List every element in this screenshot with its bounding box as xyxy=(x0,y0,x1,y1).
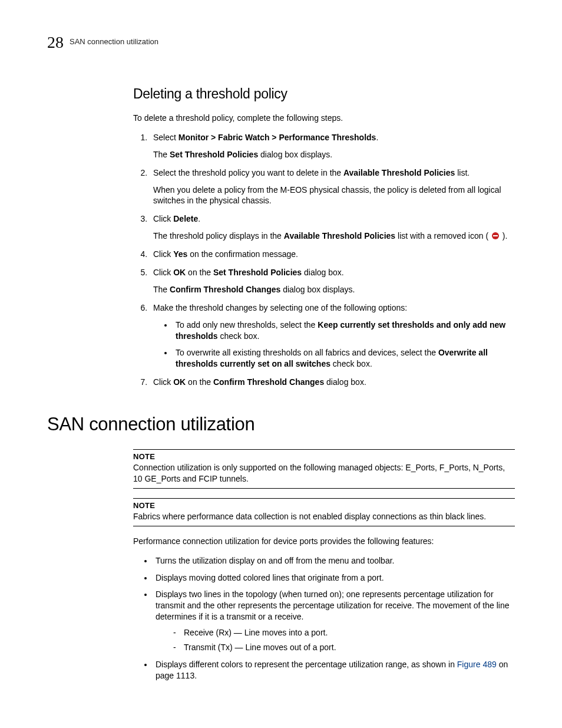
running-head: 28 SAN connection utilization xyxy=(47,34,515,51)
options-list: To add only new thresholds, select the K… xyxy=(153,319,515,370)
note-block: NOTE Connection utilization is only supp… xyxy=(133,449,515,489)
text: list with a removed icon ( xyxy=(395,231,491,241)
step-result: The Confirm Threshold Changes dialog box… xyxy=(153,284,515,295)
text: Displays different colors to represent t… xyxy=(156,660,457,669)
step-1: Select Monitor > Fabric Watch > Performa… xyxy=(150,132,515,160)
button-name: OK xyxy=(173,377,186,387)
step-text: Select xyxy=(153,133,178,142)
text: check box. xyxy=(218,331,260,341)
step-text: Make the threshold changes by selecting … xyxy=(153,303,407,312)
step-text: Click xyxy=(153,268,173,277)
list-name: Available Threshold Policies xyxy=(284,231,395,241)
option-item: To overwrite all existing thresholds on … xyxy=(173,347,515,370)
step-7: Click OK on the Confirm Threshold Change… xyxy=(150,377,515,388)
note-text: Connection utilization is only supported… xyxy=(133,462,515,485)
note-block: NOTE Fabrics where performance data coll… xyxy=(133,498,515,526)
step-text: list. xyxy=(455,168,470,177)
running-title: SAN connection utilization xyxy=(70,34,158,46)
text: To add only new thresholds, select the xyxy=(176,320,318,330)
list-name: Available Threshold Policies xyxy=(343,168,455,177)
step-text: on the confirmation message. xyxy=(187,249,298,259)
step-text: dialog box. xyxy=(302,268,344,277)
dialog-name: Set Threshold Policies xyxy=(170,150,258,159)
step-text: Select the threshold policy you want to … xyxy=(153,168,343,177)
step-text: . xyxy=(376,133,378,142)
step-text: Click xyxy=(153,214,173,223)
dialog-name: Set Threshold Policies xyxy=(213,268,302,277)
step-3: Click Delete. The threshold policy displ… xyxy=(150,213,515,242)
feature-item: Turns the utilization display on and off… xyxy=(153,555,515,566)
dialog-name: Confirm Threshold Changes xyxy=(213,377,324,387)
note-text: Fabrics where performance data collectio… xyxy=(133,511,515,522)
text: dialog box displays. xyxy=(280,285,355,294)
button-name: OK xyxy=(173,268,186,277)
section-heading: SAN connection utilization xyxy=(47,414,515,435)
step-6: Make the threshold changes by selecting … xyxy=(150,302,515,370)
sub-list: Receive (Rx) — Line moves into a port. T… xyxy=(156,627,515,653)
intro-text: To delete a threshold policy, complete t… xyxy=(133,113,515,124)
button-name: Yes xyxy=(173,249,187,259)
step-4: Click Yes on the confirmation message. xyxy=(150,249,515,260)
feature-item: Displays two lines in the topology (when… xyxy=(153,589,515,653)
step-result: The Set Threshold Policies dialog box di… xyxy=(153,149,515,160)
sub-item: Transmit (Tx) — Line moves out of a port… xyxy=(173,642,515,653)
step-text: . xyxy=(198,214,200,223)
chapter-number: 28 xyxy=(47,34,64,51)
dialog-name: Confirm Threshold Changes xyxy=(170,285,280,294)
text: To overwrite all existing thresholds on … xyxy=(176,348,438,357)
step-result: The threshold policy displays in the Ava… xyxy=(153,230,515,242)
step-text: Click xyxy=(153,377,173,387)
text: The xyxy=(153,285,170,294)
sub-item: Receive (Rx) — Line moves into a port. xyxy=(173,627,515,638)
button-name: Delete xyxy=(173,214,198,223)
note-label: NOTE xyxy=(133,501,515,510)
menu-path: Monitor > Fabric Watch > Performance Thr… xyxy=(178,133,376,142)
step-note: When you delete a policy from the M-EOS … xyxy=(153,185,515,207)
feature-item: Displays different colors to represent t… xyxy=(153,659,515,681)
text: Displays two lines in the topology (when… xyxy=(156,589,510,621)
procedure-steps: Select Monitor > Fabric Watch > Performa… xyxy=(133,132,515,388)
feature-item: Displays moving dotted colored lines tha… xyxy=(153,572,515,584)
features-intro: Performance connection utilization for d… xyxy=(133,536,515,547)
removed-icon xyxy=(492,232,499,239)
text: The threshold policy displays in the xyxy=(153,231,284,241)
option-item: To add only new thresholds, select the K… xyxy=(173,319,515,342)
features-list: Turns the utilization display on and off… xyxy=(133,555,515,681)
step-text: on the xyxy=(186,268,213,277)
note-label: NOTE xyxy=(133,452,515,461)
figure-xref[interactable]: Figure 489 xyxy=(457,660,497,669)
text: check box. xyxy=(330,359,372,368)
step-text: on the xyxy=(186,377,213,387)
subsection-heading: Deleting a threshold policy xyxy=(133,86,515,102)
step-2: Select the threshold policy you want to … xyxy=(150,167,515,207)
step-text: Click xyxy=(153,249,173,259)
text: dialog box displays. xyxy=(258,150,332,159)
step-5: Click OK on the Set Threshold Policies d… xyxy=(150,267,515,295)
step-text: dialog box. xyxy=(324,377,366,387)
text: The xyxy=(153,150,170,159)
text: ). xyxy=(500,231,507,241)
